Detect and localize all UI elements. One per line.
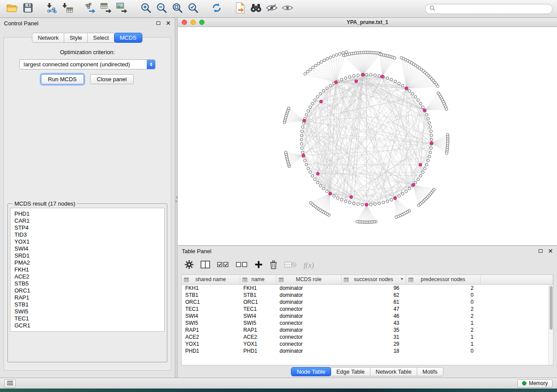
control-panel: Control Panel ✕ NetworkStyleSelectMCDS O… [0,18,175,378]
dropdown-arrows-icon [147,60,155,69]
criterion-value: largest connected component (undirected) [24,61,130,68]
table-row[interactable]: TEC1TEC1connector472 [182,306,553,313]
import-network-button[interactable] [44,2,59,16]
mcds-result-title: MCDS result (17 nodes) [13,200,77,207]
open-folder-icon [7,3,18,14]
result-list-item[interactable]: PHD1 [14,210,160,217]
criterion-dropdown[interactable]: largest connected component (undirected) [19,59,156,69]
run-mcds-button[interactable]: Run MCDS [41,74,84,84]
result-list-item[interactable]: ACE2 [14,273,160,280]
result-list-item[interactable]: PMA2 [14,259,160,266]
mcds-tab-pane: NetworkStyleSelectMCDS Optimization crit… [3,37,171,371]
settings-gear-button[interactable] [185,260,194,271]
tab-network-table[interactable]: Network Table [370,367,417,376]
column-header-MCDS-role[interactable]: MCDS role [276,275,341,284]
column-header-successor-nodes[interactable]: successor nodes▾ [341,275,406,284]
zoom-group [138,2,201,16]
show-hide-graphics-button[interactable] [264,2,280,16]
table-row[interactable]: PHD1PHD1dominator180 [182,347,553,354]
export-image-button[interactable] [114,2,130,16]
select-all-icon [217,261,229,270]
result-list-item[interactable]: STB5 [14,280,160,287]
toolbar-search[interactable] [425,4,553,14]
delete-column-button[interactable] [284,261,297,270]
zoom-in-icon [140,2,152,15]
maximize-traffic-light[interactable] [199,20,204,25]
close-table-panel-icon[interactable]: ✕ [548,248,553,254]
zoom-fit-button[interactable] [170,2,185,16]
table-row[interactable]: SWI5SWI5connector431 [182,320,553,327]
result-list-item[interactable]: TEC1 [14,315,160,322]
tab-edge-table[interactable]: Edge Table [331,367,370,376]
control-panel-title: Control Panel [4,20,156,27]
table-row[interactable]: STB1STB1dominator620 [182,292,553,299]
column-header-predecessor-nodes[interactable]: predecessor nodes [406,275,480,284]
column-header-name[interactable]: name [240,275,276,284]
search-input[interactable] [437,6,548,12]
unselect-all-button[interactable] [236,261,248,270]
memory-button[interactable]: Memory [517,379,553,388]
open-file-button[interactable] [4,2,20,16]
table-row[interactable]: YOX1YOX1connector291 [182,340,553,347]
result-list-item[interactable]: FKH1 [14,266,160,273]
refresh-icon [211,2,222,15]
tab-style[interactable]: Style [64,33,88,43]
tab-node-table[interactable]: Node Table [291,367,331,376]
new-network-button[interactable] [83,2,99,16]
result-list-item[interactable]: SRD1 [14,252,160,259]
minimize-traffic-light[interactable] [190,20,196,25]
share-document-button[interactable] [232,2,248,16]
column-panel-button[interactable] [201,261,210,270]
splitter-collapse-icon[interactable] [176,196,177,203]
float-table-panel-icon[interactable] [539,249,543,253]
function-builder-button[interactable]: f(x) [304,261,314,270]
file-group [4,2,36,16]
result-list-item[interactable]: SWI5 [14,308,160,315]
table-row[interactable]: FKH1FKH1dominator962 [182,284,553,292]
delete-row-button[interactable] [270,260,277,271]
tab-motifs[interactable]: Motifs [417,367,443,376]
result-list-item[interactable]: CAR1 [14,217,160,224]
table-row[interactable]: ORC1ORC1dominator610 [182,299,553,306]
column-header-shared-name[interactable]: shared name [182,275,240,284]
zoom-in-button[interactable] [138,2,154,16]
binoculars-icon [249,3,263,14]
tab-select[interactable]: Select [87,33,114,43]
table-scrollbar[interactable] [548,285,553,365]
eye-slash-icon [266,3,278,14]
result-list-item[interactable]: ORC1 [14,287,160,294]
zoom-selected-button[interactable] [185,2,201,16]
import-table-button[interactable] [59,2,75,16]
network-canvas[interactable] [178,27,557,245]
tab-mcds[interactable]: MCDS [114,33,142,43]
control-panel-body: NetworkStyleSelectMCDS Optimization crit… [0,28,175,378]
result-list-item[interactable]: TID3 [14,231,160,238]
scrollbar-thumb[interactable] [550,286,553,330]
add-row-button[interactable] [255,261,263,270]
search-network-button[interactable] [248,2,264,16]
refresh-button[interactable] [209,2,225,16]
result-list-item[interactable]: SWI4 [14,245,160,252]
float-panel-icon[interactable] [156,21,160,25]
table-row[interactable]: ACE2ACE2connector311 [182,334,553,340]
export-table-button[interactable] [99,2,114,16]
preview-button[interactable] [280,2,295,16]
table-row[interactable]: RAP1RAP1dominator352 [182,327,553,334]
network-graph[interactable] [178,27,557,245]
close-traffic-light[interactable] [182,20,187,25]
zoom-out-button[interactable] [154,2,170,16]
tab-network[interactable]: Network [32,33,64,43]
save-session-button[interactable] [20,2,36,16]
panel-list-button[interactable] [4,379,16,388]
table-row[interactable]: SWI4SWI4dominator462 [182,313,553,320]
select-all-button[interactable] [217,261,229,270]
close-panel-icon[interactable]: ✕ [166,20,171,26]
result-list-item[interactable]: YOX1 [14,238,160,245]
result-list-item[interactable]: GCR1 [14,322,160,329]
result-list-item[interactable]: STB1 [14,301,160,308]
panel-splitter[interactable] [175,18,178,378]
close-panel-button[interactable]: Close panel [90,74,134,84]
result-list-item[interactable]: RAP1 [14,294,160,301]
node-table-grid: shared namenameMCDS rolesuccessor nodes▾… [182,275,553,354]
result-list-item[interactable]: STP4 [14,224,160,231]
